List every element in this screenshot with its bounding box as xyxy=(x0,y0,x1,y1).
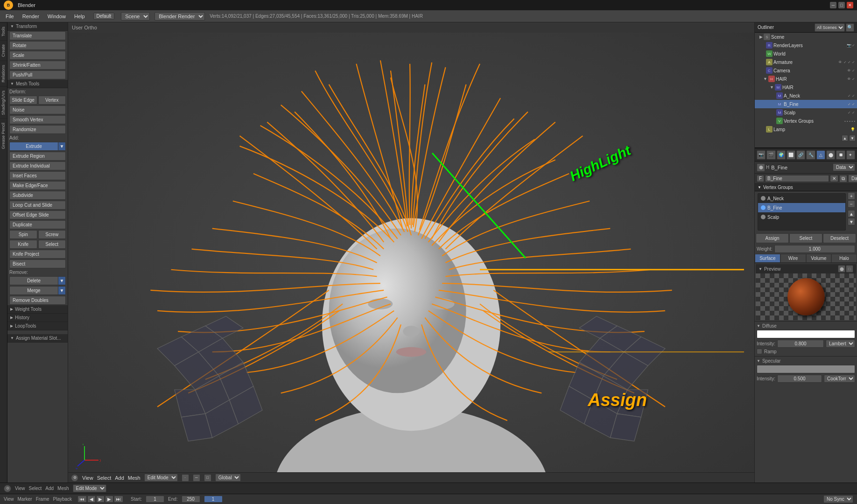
vg-item-a-neck[interactable]: A_Neck xyxy=(758,194,845,203)
tab-volume[interactable]: Volume xyxy=(806,254,832,263)
outliner-item-camera[interactable]: C Camera 👁 ✓ xyxy=(755,66,857,75)
viewport-mesh-btn[interactable]: Mesh xyxy=(128,475,140,481)
3d-viewport[interactable]: User Ortho xyxy=(68,22,754,483)
vertex-btn[interactable]: Vertex xyxy=(38,96,66,105)
outliner-scroll-up[interactable]: ▲ xyxy=(842,135,848,141)
side-tab-shading[interactable]: Shading/UVs xyxy=(0,86,7,119)
rotate-btn[interactable]: Rotate xyxy=(9,41,66,50)
diffuse-intensity-field[interactable]: 0.800 xyxy=(777,340,824,348)
select-status-btn[interactable]: Select xyxy=(29,486,42,491)
outliner-item-scene[interactable]: ▶ S Scene xyxy=(755,33,857,41)
material-props-icon[interactable]: ⬤ xyxy=(826,150,835,160)
outliner-item-lamp[interactable]: L Lamp 💡 xyxy=(755,125,857,133)
noise-btn[interactable]: Noise xyxy=(9,105,66,114)
looptools-section-header[interactable]: ▶ LoopTools xyxy=(7,322,68,330)
inset-faces-btn[interactable]: Inset Faces xyxy=(9,171,66,180)
outliner-search-icon[interactable]: 🔍 xyxy=(846,23,854,32)
make-edge-face-btn[interactable]: Make Edge/Face xyxy=(9,181,66,190)
all-scenes-select[interactable]: All Scenes xyxy=(815,23,845,32)
transform-selector[interactable]: Global xyxy=(215,474,241,482)
select-knife-btn[interactable]: Select xyxy=(38,240,66,249)
start-frame-input[interactable] xyxy=(146,496,164,503)
add-status-btn[interactable]: Add xyxy=(45,486,54,491)
delete-btn[interactable]: Delete xyxy=(9,276,58,285)
vg-remove-btn[interactable]: − xyxy=(848,200,855,208)
diffuse-header[interactable]: ▼ Diffuse xyxy=(757,323,855,329)
viewport-add-btn[interactable]: Add xyxy=(115,475,124,481)
outliner-item-renderlayers[interactable]: R RenderLayers 📷 ✓ xyxy=(755,41,857,49)
diffuse-color-bar[interactable] xyxy=(757,330,855,338)
menu-help[interactable]: Help xyxy=(70,13,89,20)
extrude-individual-btn[interactable]: Extrude Individual xyxy=(9,161,66,170)
face-mode-icon[interactable]: □ xyxy=(204,474,211,482)
preview-icon-plane[interactable]: □ xyxy=(846,265,853,273)
offset-edge-slide-btn[interactable]: Offset Edge Slide xyxy=(9,210,66,219)
render-engine-selector[interactable]: Blender Render xyxy=(155,12,205,21)
select-btn[interactable]: Select xyxy=(789,233,822,243)
outliner-item-armature[interactable]: A Armature 👁 ✓ ✓ ✓ xyxy=(755,58,857,66)
diffuse-shader-select[interactable]: Lambert xyxy=(826,340,855,348)
outliner-item-vertex-groups[interactable]: V Vertex Groups • • • • • xyxy=(755,117,857,125)
knife-project-btn[interactable]: Knife Project xyxy=(9,250,66,259)
vg-up-btn[interactable]: ▲ xyxy=(848,210,855,217)
ramp-checkbox[interactable] xyxy=(757,349,762,354)
shrink-fatten-btn[interactable]: Shrink/Fatten xyxy=(9,61,66,70)
outliner-item-hair-parent[interactable]: ▼ H HAIR 👁 ✓ xyxy=(755,75,857,83)
viewport-view-btn[interactable]: View xyxy=(82,475,93,481)
tab-wire[interactable]: Wire xyxy=(780,254,806,263)
texture-props-icon[interactable]: 🔲 xyxy=(836,150,845,160)
slide-edge-btn[interactable]: Slide Edge xyxy=(9,96,37,105)
specular-shader-select[interactable]: CookTorr xyxy=(824,375,855,383)
vg-add-btn[interactable]: + xyxy=(848,192,855,200)
material-name-input[interactable] xyxy=(765,175,829,182)
extrude-btn[interactable]: Extrude xyxy=(9,142,58,151)
preview-header[interactable]: ▼ Preview ⬤ □ xyxy=(756,264,856,273)
merge-btn[interactable]: Merge xyxy=(9,286,58,295)
prev-frame-btn[interactable]: ◀ xyxy=(87,496,96,503)
next-frame-btn[interactable]: ▶ xyxy=(105,496,113,503)
close-button[interactable]: ✕ xyxy=(847,2,853,8)
world-props-icon[interactable]: 🌍 xyxy=(777,150,786,160)
end-frame-input[interactable] xyxy=(182,496,200,503)
render-props-icon[interactable]: 📷 xyxy=(757,150,766,160)
side-tab-tools[interactable]: Tools xyxy=(0,22,7,40)
assign-material-header[interactable]: ▼ Assign Material Slot... xyxy=(7,334,68,343)
timeline-marker-btn[interactable]: Marker xyxy=(18,497,32,502)
modifier-props-icon[interactable]: 🔧 xyxy=(806,150,815,160)
side-tab-relations[interactable]: Relations xyxy=(0,61,7,86)
subdivide-btn[interactable]: Subdivide xyxy=(9,191,66,200)
specular-header[interactable]: ▼ Specular xyxy=(757,358,855,364)
outliner-item-a-neck[interactable]: M A_Neck ✓ ✓ xyxy=(755,91,857,100)
scene-selector[interactable]: Scene xyxy=(121,12,150,21)
particles-props-icon[interactable]: ✦ xyxy=(846,150,855,160)
edge-mode-icon[interactable]: ─ xyxy=(193,474,200,482)
knife-btn[interactable]: Knife xyxy=(9,240,37,249)
mesh-status-btn[interactable]: Mesh xyxy=(57,486,69,491)
timeline-playback-btn[interactable]: Playback xyxy=(53,497,72,502)
tab-halo[interactable]: Halo xyxy=(831,254,857,263)
vg-item-scalp[interactable]: Scalp xyxy=(758,212,845,222)
scale-btn[interactable]: Scale xyxy=(9,51,66,60)
history-section-header[interactable]: ▶ History xyxy=(7,314,68,322)
mesh-tools-section-header[interactable]: ▼ Mesh Tools xyxy=(7,80,68,88)
deselect-btn[interactable]: Deselect xyxy=(823,233,856,243)
current-frame-input[interactable] xyxy=(204,496,223,503)
bisect-btn[interactable]: Bisect xyxy=(9,259,66,268)
mat-x-icon[interactable]: ✕ xyxy=(830,175,838,182)
assign-btn[interactable]: Assign xyxy=(756,233,789,243)
mat-copy-icon[interactable]: ⧉ xyxy=(839,175,847,182)
layout-selector[interactable]: Default xyxy=(93,13,115,20)
menu-window[interactable]: Window xyxy=(44,13,70,20)
remove-doubles-btn[interactable]: Remove Doubles xyxy=(9,296,66,305)
vg-section-header[interactable]: ▼ Vertex Groups xyxy=(755,184,857,191)
minimize-button[interactable]: ─ xyxy=(830,2,836,8)
jump-start-btn[interactable]: ⏮ xyxy=(77,496,87,503)
preview-icon-sphere[interactable]: ⬤ xyxy=(838,265,845,273)
screw-btn[interactable]: Screw xyxy=(38,230,66,239)
side-tab-create[interactable]: Create xyxy=(0,40,7,61)
push-pull-btn[interactable]: Push/Pull xyxy=(9,70,66,79)
vg-down-btn[interactable]: ▼ xyxy=(848,218,855,225)
transform-section-header[interactable]: ▼ Transform xyxy=(7,22,68,31)
timeline-frame-btn[interactable]: Frame xyxy=(36,497,49,502)
object-props-icon[interactable]: ⬜ xyxy=(787,150,795,160)
